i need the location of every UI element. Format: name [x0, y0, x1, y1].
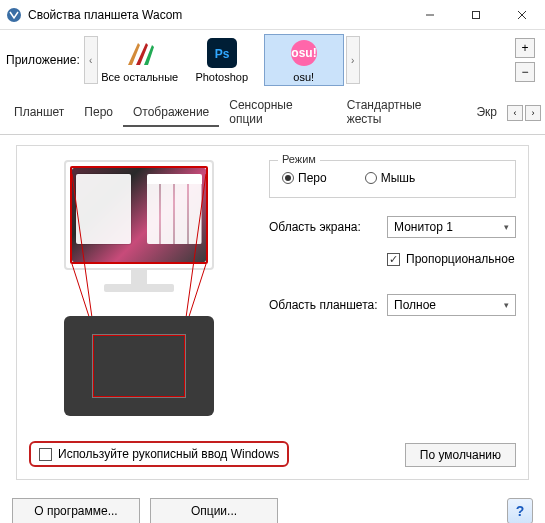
- remove-app-button[interactable]: −: [515, 62, 535, 82]
- windows-ink-label: Используйте рукописный ввод Windows: [58, 447, 279, 461]
- screen-area-label: Область экрана:: [269, 220, 379, 234]
- chevron-down-icon: ▾: [504, 300, 509, 310]
- screen-area-value: Монитор 1: [394, 220, 453, 234]
- mode-mouse-radio[interactable]: Мышь: [365, 171, 416, 185]
- app-item-photoshop[interactable]: Ps Photoshop: [182, 34, 262, 86]
- default-button-label: По умолчанию: [420, 448, 501, 462]
- close-button[interactable]: [499, 0, 545, 30]
- about-button-label: О программе...: [34, 504, 117, 518]
- monitor-icon: [64, 160, 214, 270]
- mode-pen-radio[interactable]: Перо: [282, 171, 327, 185]
- tab-standard-gestures[interactable]: Стандартные жесты: [337, 92, 467, 134]
- chevron-down-icon: ▾: [504, 222, 509, 232]
- svg-text:Ps: Ps: [214, 47, 229, 61]
- minimize-button[interactable]: [407, 0, 453, 30]
- tablet-active-area: [92, 334, 186, 398]
- pencils-icon: [124, 37, 156, 69]
- about-button[interactable]: О программе...: [12, 498, 140, 523]
- windows-ink-checkbox[interactable]: Используйте рукописный ввод Windows: [29, 441, 289, 467]
- app-item-all-others[interactable]: Все остальные: [100, 34, 180, 86]
- app-item-label: osu!: [293, 71, 314, 83]
- svg-rect-2: [473, 11, 480, 18]
- tab-touch-options[interactable]: Сенсорные опции: [219, 92, 336, 134]
- screen-area-select[interactable]: Монитор 1 ▾: [387, 216, 516, 238]
- app-item-osu[interactable]: osu! osu!: [264, 34, 344, 86]
- applications-label: Приложение:: [6, 53, 80, 67]
- tab-tablet[interactable]: Планшет: [4, 99, 74, 127]
- app-item-label: Все остальные: [101, 71, 178, 83]
- options-button-label: Опции...: [191, 504, 237, 518]
- photoshop-icon: Ps: [206, 37, 238, 69]
- window-title: Свойства планшета Wacom: [28, 8, 407, 22]
- svg-point-0: [7, 8, 21, 22]
- osu-icon: osu!: [288, 37, 320, 69]
- tablet-area-value: Полное: [394, 298, 436, 312]
- tablet-area-select[interactable]: Полное ▾: [387, 294, 516, 316]
- apps-scroll-right[interactable]: ›: [346, 36, 360, 84]
- checkbox-icon: [387, 253, 400, 266]
- mode-legend: Режим: [278, 153, 320, 165]
- default-button[interactable]: По умолчанию: [405, 443, 516, 467]
- wacom-logo-icon: [6, 7, 22, 23]
- mode-mouse-label: Мышь: [381, 171, 416, 185]
- application-list: Все остальные Ps Photoshop osu! osu!: [100, 34, 344, 86]
- radio-icon: [282, 172, 294, 184]
- tablet-icon: [64, 316, 214, 416]
- help-icon: ?: [516, 503, 525, 519]
- tab-mapping[interactable]: Отображение: [123, 99, 219, 127]
- tabs-scroll-left[interactable]: ‹: [507, 105, 523, 121]
- mode-group: Режим Перо Мышь: [269, 160, 516, 198]
- options-button[interactable]: Опции...: [150, 498, 278, 523]
- svg-text:osu!: osu!: [291, 46, 316, 60]
- mapping-illustration: [39, 160, 239, 416]
- help-button[interactable]: ?: [507, 498, 533, 523]
- apps-scroll-left[interactable]: ‹: [84, 36, 98, 84]
- proportional-checkbox[interactable]: Пропорциональное: [387, 252, 516, 266]
- maximize-button[interactable]: [453, 0, 499, 30]
- svg-rect-13: [94, 336, 185, 397]
- add-app-button[interactable]: +: [515, 38, 535, 58]
- proportional-label: Пропорциональное: [406, 252, 515, 266]
- radio-icon: [365, 172, 377, 184]
- tab-pen[interactable]: Перо: [74, 99, 123, 127]
- tabs-scroll-right[interactable]: ›: [525, 105, 541, 121]
- mode-pen-label: Перо: [298, 171, 327, 185]
- checkbox-icon: [39, 448, 52, 461]
- app-item-label: Photoshop: [195, 71, 248, 83]
- tablet-area-label: Область планшета:: [269, 298, 379, 312]
- tab-screen-truncated[interactable]: Экр: [466, 99, 507, 127]
